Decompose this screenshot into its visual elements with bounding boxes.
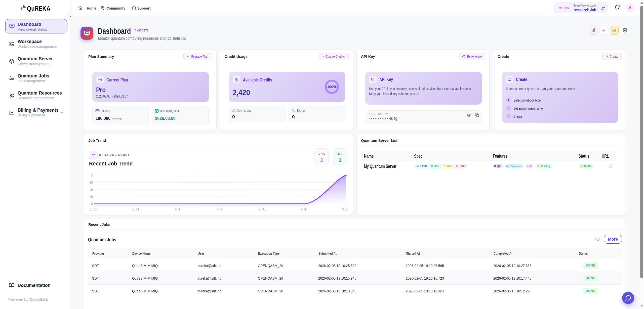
svg-text:100%: 100% — [327, 85, 336, 89]
